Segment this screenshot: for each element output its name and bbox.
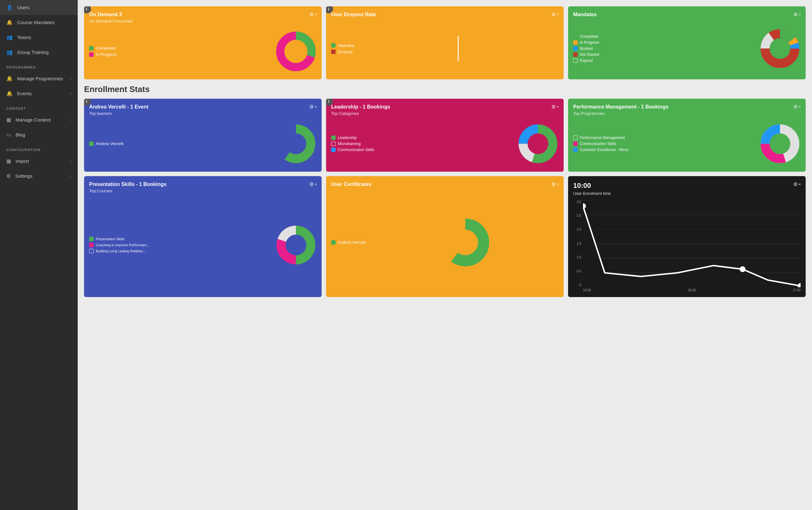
configuration-section-label: CONFIGURATION — [0, 142, 78, 153]
sidebar-item-group-training[interactable]: 👥 Group Training — [0, 45, 78, 60]
donut-leadership — [517, 123, 559, 164]
card-body-dropout: Attended Dropout — [331, 23, 559, 74]
card-gear-perf[interactable]: ⚙▾ — [793, 104, 801, 110]
sidebar-item-teams[interactable]: 👥 Teams — [0, 30, 78, 45]
team-icon: 👥 — [6, 34, 13, 40]
legend-item-attended: Attended — [331, 43, 354, 48]
chevron-right-icon: ‹ — [70, 77, 71, 81]
gear-arrow-pres: ▾ — [315, 182, 317, 186]
svg-marker-36 — [583, 206, 801, 287]
card-gear-ondemand[interactable]: ⚙▾ — [309, 11, 317, 18]
legend-leadership: Leadership Microlearning Communication S… — [331, 136, 374, 152]
card-title-andrea: Andrea Vercelli - 1 Event — [89, 104, 148, 110]
svg-point-28 — [453, 230, 478, 255]
x-axis: 10:00 16:00 17:00 — [583, 287, 801, 292]
card-body-mandates: Completed In Progress Booked Not Started — [573, 23, 801, 74]
lb-microlearning — [331, 142, 336, 146]
chevron-right-icon4: ‹ — [70, 159, 71, 164]
card-subtitle-andrea: Top learners — [89, 111, 148, 116]
card-andrea-vercelli: i Andrea Vercelli - 1 Event Top learners… — [84, 99, 322, 172]
legend-item-comm-skills-p: Communication Skills — [573, 142, 628, 146]
gear-arrow-enrol: ▾ — [799, 182, 801, 186]
sidebar-item-settings[interactable]: ⚙ Settings ‹ — [0, 169, 78, 183]
lb-leadership — [331, 136, 336, 140]
svg-point-25 — [286, 235, 306, 255]
enrollment-stats-title: Enrollment Stats — [84, 84, 806, 94]
card-enrolment-time: 10:00 User Enrolment time ⚙▾ 3.0 2.5 2.0… — [568, 176, 806, 297]
lb-expired-m — [573, 58, 578, 63]
card-header-andrea: Andrea Vercelli - 1 Event Top learners ⚙… — [89, 104, 317, 116]
lb-comm-l — [331, 148, 336, 152]
legend-certs: Andrea Vercelli — [331, 240, 365, 245]
card-title-enrol: 10:00 — [573, 181, 610, 191]
card-title-pres: Presentation Skills - 1 Bookings — [89, 181, 167, 188]
legend-item-customer-excellence: Customer Excellence - Micro — [573, 148, 628, 152]
card-header-certs: User Certificates ⚙▾ — [331, 181, 559, 188]
card-title-perf: Performance Management - 1 Bookings — [573, 104, 669, 110]
card-gear-pres[interactable]: ⚙▾ — [309, 181, 317, 187]
sidebar-item-manage-programmes[interactable]: 🔔 Manage Programmes ‹ — [0, 71, 78, 86]
gear-arrow-andrea: ▾ — [315, 105, 317, 109]
line-chart-svg — [583, 200, 801, 287]
card-mandates: Mandates ⚙▾ Completed In Progress — [568, 6, 806, 79]
card-header-dropout: User Dropout Rate ⚙▾ — [331, 11, 559, 18]
legend-item-booked-m: Booked — [573, 46, 599, 51]
chevron-right-icon2: ‹ — [70, 91, 71, 96]
donut-pres — [275, 224, 317, 266]
card-gear-leadership[interactable]: ⚙▾ — [551, 104, 559, 110]
sidebar-item-manage-content[interactable]: ▦ Manage Content ‹ — [0, 112, 78, 127]
donut-svg-certs — [440, 217, 491, 268]
lb-perf-mgmt — [573, 136, 578, 140]
donut-svg-perf — [759, 123, 801, 164]
card-gear-andrea[interactable]: ⚙▾ — [309, 104, 317, 110]
gear-arrow-leadership: ▾ — [557, 105, 559, 109]
svg-point-8 — [770, 38, 790, 59]
card-body-pres: Presentation Skills Coaching to Improve … — [89, 198, 317, 292]
card-header-ondemand: On Demand 3 On Demand Consumed ⚙▾ — [89, 11, 317, 24]
legend-andrea: Andrea Vercelli — [89, 141, 123, 146]
card-body-andrea: Andrea Vercelli — [89, 121, 317, 167]
sidebar-item-import[interactable]: ▦ Import ‹ — [0, 153, 78, 169]
card-body-ondemand: Completed In Progress — [89, 29, 317, 74]
card-dropout-rate: i User Dropout Rate ⚙▾ Attended Dropout — [326, 6, 564, 79]
svg-point-20 — [770, 133, 790, 154]
card-gear-certs[interactable]: ⚙▾ — [551, 181, 559, 187]
card-header-perf: Performance Management - 1 Bookings Top … — [573, 104, 801, 116]
lb-comm-p — [573, 142, 578, 146]
import-icon: ▦ — [6, 158, 11, 164]
sidebar-item-blog[interactable]: ▭ Blog — [0, 127, 78, 142]
sidebar-item-events[interactable]: 🔔 Events ‹ — [0, 86, 78, 101]
legend-item-expired-m: Expired — [573, 58, 599, 63]
y-axis: 3.0 2.5 2.0 1.5 1.0 0.5 0 — [573, 200, 581, 292]
legend-item-notstarted-m: Not Started — [573, 52, 599, 57]
card-header-enrol: 10:00 User Enrolment time ⚙▾ — [573, 181, 801, 196]
sidebar-item-users[interactable]: 👤 Users — [0, 0, 78, 15]
card-performance-mgmt: Performance Management - 1 Bookings Top … — [568, 99, 806, 172]
legend-item-pres-skills: Presentation Skills — [89, 237, 150, 241]
svg-point-2 — [284, 40, 308, 63]
users-icon: 👤 — [6, 4, 13, 10]
card-title-ondemand: On Demand 3 — [89, 11, 132, 18]
donut-mandates — [759, 28, 801, 69]
sidebar-item-course-mandates[interactable]: 🔔 Course Mandates — [0, 15, 78, 30]
card-presentation-skills: Presentation Skills - 1 Bookings Top Cou… — [84, 176, 322, 297]
chevron-right-icon5: ‹ — [70, 174, 71, 178]
row2-cards: i Andrea Vercelli - 1 Event Top learners… — [84, 99, 806, 172]
bar-indicator — [458, 36, 459, 61]
card-gear-dropout[interactable]: ⚙▾ — [551, 11, 559, 18]
legend-item-completed-m: Completed — [573, 34, 599, 39]
legend-item-andrea: Andrea Vercelli — [89, 141, 123, 146]
card-gear-mandates[interactable]: ⚙▾ — [793, 11, 801, 18]
card-title-leadership: Leadership - 1 Bookings — [331, 104, 390, 110]
legend-box-inprogress — [89, 52, 94, 57]
card-on-demand-3: i On Demand 3 On Demand Consumed ⚙▾ Comp… — [84, 6, 322, 79]
card-gear-enrol[interactable]: ⚙▾ — [793, 181, 801, 187]
gear-arrow-certs: ▾ — [557, 182, 559, 186]
line-indicator — [364, 36, 559, 61]
legend-box-completed — [89, 46, 94, 51]
legend-item-microlearning: Microlearning — [331, 142, 374, 146]
programmes-section-label: PROGRAMMES — [0, 60, 78, 71]
main-content: i On Demand 3 On Demand Consumed ⚙▾ Comp… — [78, 0, 812, 510]
gear-arrow-mandates: ▾ — [799, 13, 801, 16]
card-subtitle-pres: Top Courses — [89, 189, 167, 193]
